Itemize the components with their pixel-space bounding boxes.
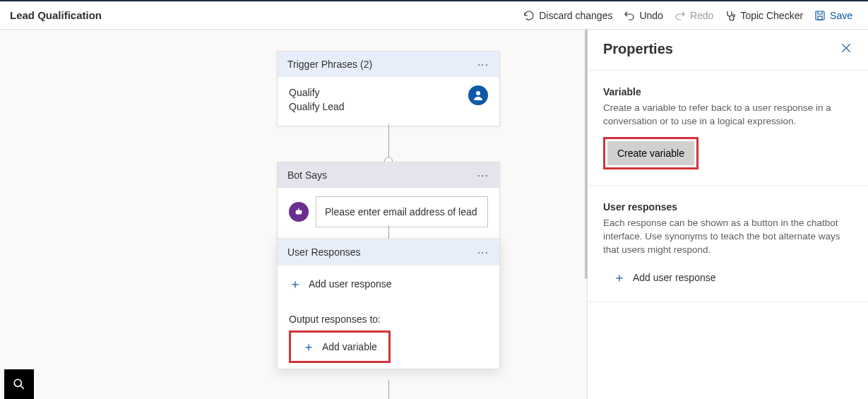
topic-checker-button[interactable]: Topic Checker xyxy=(719,7,809,24)
svg-rect-4 xyxy=(296,210,302,214)
refresh-icon xyxy=(523,10,535,21)
plus-icon: ＋ xyxy=(613,269,626,286)
plus-icon: ＋ xyxy=(302,338,315,355)
bot-message-input[interactable]: Please enter email address of lead xyxy=(316,196,488,227)
svg-point-7 xyxy=(14,379,21,386)
authoring-canvas[interactable]: Trigger Phrases (2) ⋮ Qualify Qualify Le… xyxy=(0,30,587,399)
connector-line xyxy=(388,124,389,157)
save-button[interactable]: Save xyxy=(809,7,858,24)
bot-says-title: Bot Says xyxy=(287,169,327,181)
more-icon[interactable]: ⋮ xyxy=(476,247,489,258)
user-icon xyxy=(468,85,488,105)
toolbar: Lead Qualification Discard changes Undo … xyxy=(0,1,868,30)
save-icon xyxy=(814,10,826,21)
svg-point-5 xyxy=(297,212,298,213)
panel-add-user-response-button[interactable]: ＋ Add user response xyxy=(603,269,852,286)
properties-panel: Properties Variable Create a variable to… xyxy=(587,30,868,399)
topic-checker-label: Topic Checker xyxy=(740,10,803,21)
trigger-phrases-list: Qualify Qualify Lead xyxy=(289,85,461,114)
user-responses-node[interactable]: User Responses ⋮ ＋ Add user response Out… xyxy=(277,239,500,369)
user-responses-heading: User responses xyxy=(603,201,852,213)
user-responses-header: User Responses ⋮ xyxy=(278,239,499,265)
redo-button: Redo xyxy=(669,7,719,24)
zoom-button[interactable] xyxy=(4,369,34,399)
connector-line xyxy=(388,380,389,399)
panel-add-response-label: Add user response xyxy=(633,272,716,283)
stethoscope-icon xyxy=(725,10,736,21)
save-label: Save xyxy=(830,10,852,21)
trigger-phrases-node[interactable]: Trigger Phrases (2) ⋮ Qualify Qualify Le… xyxy=(277,51,500,126)
panel-title: Properties xyxy=(603,41,673,57)
svg-rect-1 xyxy=(816,11,824,20)
more-icon[interactable]: ⋮ xyxy=(476,170,489,181)
svg-point-6 xyxy=(299,212,301,213)
bot-says-header: Bot Says ⋮ xyxy=(278,162,499,188)
trigger-title: Trigger Phrases (2) xyxy=(287,59,372,70)
create-variable-button[interactable]: Create variable xyxy=(607,141,694,165)
user-responses-title: User Responses xyxy=(287,246,361,258)
undo-button[interactable]: Undo xyxy=(618,7,668,24)
page-title: Lead Qualification xyxy=(10,9,102,21)
close-icon[interactable] xyxy=(840,42,852,56)
plus-icon: ＋ xyxy=(289,275,302,292)
redo-icon xyxy=(674,10,686,21)
add-user-response-button[interactable]: ＋ Add user response xyxy=(278,265,499,302)
discard-label: Discard changes xyxy=(539,10,612,21)
undo-icon xyxy=(624,10,635,21)
add-variable-label: Add variable xyxy=(322,341,377,352)
svg-rect-2 xyxy=(818,16,822,20)
trigger-phrase: Qualify xyxy=(289,85,461,100)
add-variable-button[interactable]: ＋ Add variable xyxy=(289,330,391,363)
undo-label: Undo xyxy=(639,10,662,21)
bot-icon xyxy=(289,202,309,222)
trigger-header: Trigger Phrases (2) ⋮ xyxy=(278,52,499,77)
output-responses-label: Output responses to: xyxy=(289,314,488,325)
connector-line xyxy=(388,226,389,239)
add-response-label: Add user response xyxy=(309,278,392,290)
more-icon[interactable]: ⋮ xyxy=(476,59,489,70)
trigger-phrase: Qualify Lead xyxy=(289,100,461,114)
user-responses-description: Each response can be shown as a button i… xyxy=(603,217,852,257)
svg-point-0 xyxy=(733,14,735,16)
variable-heading: Variable xyxy=(603,86,852,97)
variable-description: Create a variable to refer back to a use… xyxy=(603,102,852,129)
magnify-icon xyxy=(13,378,25,391)
svg-point-3 xyxy=(476,91,480,95)
redo-label: Redo xyxy=(690,10,713,21)
scrollbar[interactable] xyxy=(585,30,588,279)
discard-changes-button[interactable]: Discard changes xyxy=(518,7,618,24)
